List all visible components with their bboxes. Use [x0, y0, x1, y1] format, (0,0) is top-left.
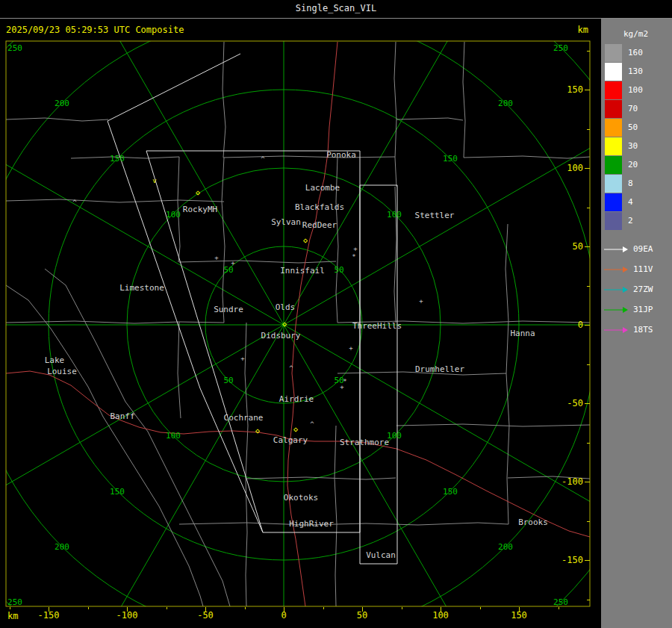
city-label: Airdrie [279, 395, 314, 403]
city-label: HighRiver [289, 520, 334, 528]
scale-row: 50 [605, 118, 672, 137]
bottom-axis-tick [167, 607, 167, 609]
city-label: Sundre [214, 305, 243, 314]
city-label: Drumheller [415, 365, 464, 373]
scale-value: 160 [628, 48, 643, 57]
city-label: Lake [45, 356, 65, 364]
radar-site-marker: ◇ [282, 320, 287, 328]
right-axis-tick [585, 168, 590, 169]
right-axis-tick-label: -150 [561, 556, 583, 565]
bottom-axis-tick [88, 607, 89, 609]
scale-value: 20 [628, 160, 638, 170]
radar-arrow-icon [603, 246, 629, 253]
scale-value: 30 [628, 141, 638, 151]
range-ring-label: 100 [387, 432, 402, 440]
right-axis-tick [585, 560, 590, 561]
town-marker: + [240, 355, 244, 362]
city-label: Olds [276, 303, 296, 311]
right-axis-tick [587, 600, 590, 600]
right-axis-tick-label: 150 [567, 85, 583, 94]
bottom-axis-tick [480, 607, 481, 609]
range-ring-label: 100 [166, 432, 181, 440]
scale-row: 30 [605, 137, 672, 155]
right-axis-tick [587, 521, 590, 522]
scale-swatch [605, 81, 622, 99]
right-axis-tick [587, 208, 590, 208]
city-label: Strathmore [340, 438, 389, 447]
right-axis-tick [587, 443, 590, 444]
scale-swatch [605, 100, 622, 118]
bottom-axis-tick [49, 607, 49, 612]
radar-id: 31JP [633, 305, 653, 314]
range-ring-label: 250 [7, 44, 22, 52]
scale-swatch [605, 212, 622, 230]
city-label: RedDeer [302, 221, 337, 229]
scale-swatch [605, 175, 622, 193]
city-label: RockyMH [183, 205, 217, 214]
town-marker: ^ [289, 365, 293, 372]
right-axis-tick-label: 0 [578, 320, 583, 329]
city-label: Cochrane [224, 414, 264, 422]
scale-swatch [605, 119, 622, 137]
bottom-axis-tick [362, 607, 363, 612]
bottom-axis-tick [205, 607, 206, 612]
radar-arrow-icon [603, 286, 629, 293]
town-marker: + [214, 255, 218, 261]
city-label: Calgary [273, 436, 308, 444]
range-ring-label: 50 [334, 266, 343, 274]
scale-swatch [605, 156, 622, 174]
right-axis-tick-label: -100 [561, 477, 583, 486]
right-axis-tick [585, 246, 590, 247]
range-ring-label: 250 [7, 598, 22, 606]
city-label: Banff [110, 412, 134, 420]
bottom-axis-tick [10, 607, 10, 609]
range-ring-label: 250 [553, 44, 568, 52]
city-label: Innisfail [280, 267, 325, 275]
range-ring-label: 50 [223, 376, 233, 385]
city-label: Okotoks [284, 494, 318, 502]
town-marker: ^ [261, 156, 264, 163]
range-ring-label: 150 [110, 488, 125, 496]
scale-swatch [605, 137, 622, 155]
bottom-axis-tick-label: -100 [116, 611, 138, 620]
radar-legend-item: 31JP [603, 299, 672, 320]
bottom-axis-tick [441, 607, 441, 612]
bottom-axis-unit: km [7, 611, 18, 621]
scale-value: 130 [628, 66, 643, 76]
scale-swatch [605, 63, 622, 81]
bottom-axis-tick [245, 607, 246, 609]
scale-value: 4 [628, 197, 633, 207]
radar-id: 27ZW [633, 285, 653, 294]
radar-site-marker: ◇ [255, 427, 260, 435]
town-marker: ^ [310, 421, 314, 428]
radar-arrow-icon [603, 266, 629, 273]
bottom-axis-tick-label: 150 [511, 611, 527, 620]
bottom-axis-tick [127, 607, 128, 612]
scale-row: 130 [605, 62, 672, 81]
city-label: Ponoka [326, 151, 356, 159]
radar-legend-item: 111V [603, 259, 672, 279]
city-label: Sylvan [271, 218, 301, 226]
radar-id-legend: 09EA111V27ZW31JP18TS [601, 239, 672, 340]
city-label: Vulcan [366, 551, 396, 559]
legend-unit: kg/m2 [623, 29, 672, 39]
city-label: Lacombe [305, 184, 340, 192]
city-label: Blackfalds [295, 203, 344, 211]
scale-value: 100 [628, 85, 643, 95]
scale-row: 4 [605, 193, 672, 211]
range-ring-label: 150 [443, 488, 458, 496]
radar-arrow-icon [603, 306, 629, 314]
right-axis-tick [585, 325, 590, 326]
range-ring-label: 250 [553, 598, 568, 606]
bottom-axis-tick-label: 50 [357, 611, 367, 620]
scale-row: 8 [605, 174, 672, 193]
town-marker: * [352, 254, 355, 261]
radar-id: 111V [633, 264, 653, 274]
bottom-axis-tick [519, 607, 520, 612]
map-overlay: PonokaLacombeBlackfaldsSylvanRedDeerStet… [0, 0, 672, 628]
scale-value: 70 [628, 104, 638, 114]
scale-value: 8 [628, 178, 633, 188]
scale-row: 100 [605, 81, 672, 99]
scale-value: 50 [628, 122, 638, 132]
bottom-axis-tick [559, 607, 559, 609]
